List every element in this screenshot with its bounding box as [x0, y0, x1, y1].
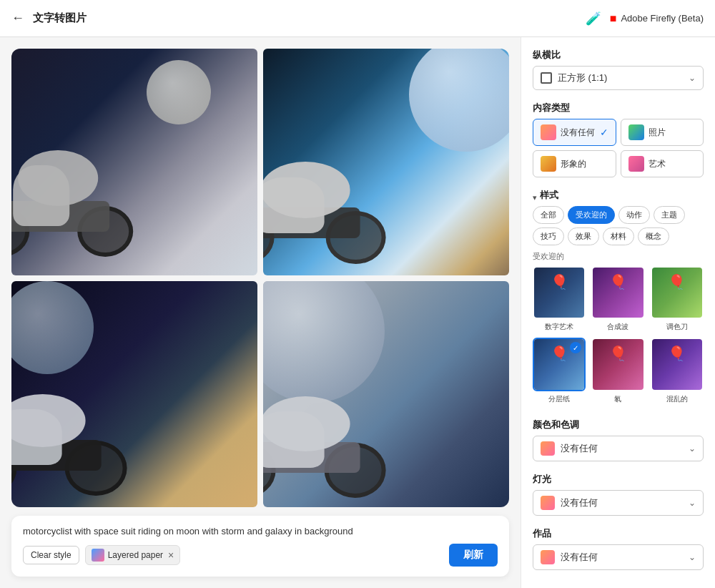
works-chevron-icon: ⌄	[689, 552, 696, 562]
lighting-icon	[541, 496, 555, 510]
works-value: 没有任何	[561, 551, 683, 564]
image-grid	[11, 49, 509, 507]
works-icon	[541, 550, 555, 564]
tag-label: Layered paper	[108, 550, 163, 560]
style-filter-all[interactable]: 全部	[533, 206, 564, 224]
adobe-logo-icon: ■	[610, 12, 617, 25]
refresh-button[interactable]: 刷新	[449, 544, 498, 567]
header: ← 文字转图片 🧪 ■ Adobe Firefly (Beta)	[0, 0, 715, 37]
style-grid: 🎈 数字艺术 🎈 合成波 🎈	[533, 266, 704, 404]
style-item-synthetic-wave[interactable]: 🎈 合成波	[591, 266, 644, 332]
content-type-graphic-icon	[541, 156, 556, 172]
generated-image-3	[11, 281, 257, 508]
style-thumb-inner-chaos: 🎈	[652, 339, 702, 389]
content-type-title: 内容类型	[533, 102, 704, 114]
aspect-ratio-icon	[541, 72, 552, 84]
color-tone-value: 没有任何	[561, 442, 683, 455]
style-filter-theme[interactable]: 主题	[654, 206, 685, 224]
style-label-digital-art: 数字艺术	[545, 322, 573, 332]
aspect-ratio-chevron-icon: ⌄	[689, 73, 696, 83]
style-label-chaos: 混乱的	[666, 394, 688, 404]
aspect-ratio-dropdown[interactable]: 正方形 (1:1) ⌄	[533, 66, 704, 90]
lighting-title: 灯光	[533, 473, 704, 486]
style-section-header[interactable]: ▾ 样式	[533, 189, 704, 206]
style-subsection-label: 受欢迎的	[533, 251, 704, 262]
style-label-synthetic-wave: 合成波	[607, 322, 628, 332]
flask-icon: 🧪	[586, 11, 601, 26]
style-thumb-inner-synthetic-wave: 🎈	[593, 268, 643, 318]
style-item-layered-paper[interactable]: 🎈 ✓ 分层纸	[533, 338, 586, 403]
style-filter-technique[interactable]: 技巧	[533, 227, 564, 245]
style-thumb-inner-tonemap: 🎈	[652, 268, 702, 318]
content-type-photo-icon	[628, 124, 644, 140]
content-type-grid: 没有任何 ✓ 照片 形象的 艺术	[533, 119, 704, 177]
brand-label: ■ Adobe Firefly (Beta)	[610, 12, 704, 25]
style-collapse-icon: ▾	[533, 193, 537, 202]
style-label-gas: 氡	[614, 394, 621, 404]
brand-name: Adobe Firefly (Beta)	[621, 13, 704, 24]
style-filter-concept[interactable]: 概念	[638, 227, 669, 245]
content-type-photo-label: 照片	[649, 127, 666, 139]
back-button[interactable]: ←	[11, 11, 24, 26]
page-title: 文字转图片	[33, 11, 577, 25]
works-section: 作品 没有任何 ⌄	[533, 527, 704, 570]
generated-image-4	[263, 281, 509, 508]
style-item-digital-art[interactable]: 🎈 数字艺术	[533, 266, 586, 332]
style-filter-effect[interactable]: 效果	[568, 227, 599, 245]
layered-paper-tag: Layered paper ×	[85, 545, 181, 565]
clear-style-button[interactable]: Clear style	[23, 546, 79, 564]
style-filter-popular[interactable]: 受欢迎的	[568, 206, 615, 224]
aspect-ratio-value: 正方形 (1:1)	[558, 72, 683, 84]
style-thumb-tonemap: 🎈	[651, 266, 704, 319]
content-type-photo[interactable]: 照片	[621, 119, 704, 146]
color-tone-chevron-icon: ⌄	[689, 444, 696, 454]
aspect-ratio-section: 纵横比 正方形 (1:1) ⌄	[533, 49, 704, 90]
main-area: motorcyclist with space suit riding on m…	[0, 37, 715, 588]
style-filter-row: 全部 受欢迎的 动作 主题 技巧 效果 材料 概念	[533, 206, 704, 245]
content-type-graphic[interactable]: 形象的	[533, 150, 616, 177]
content-type-none[interactable]: 没有任何 ✓	[533, 119, 616, 146]
color-tone-section: 颜色和色调 没有任何 ⌄	[533, 418, 704, 461]
lighting-value: 没有任何	[561, 496, 683, 509]
style-filter-material[interactable]: 材料	[603, 227, 634, 245]
content-type-none-icon	[541, 124, 556, 140]
aspect-ratio-title: 纵横比	[533, 49, 704, 62]
style-filter-action[interactable]: 动作	[618, 206, 650, 224]
style-thumb-gas: 🎈	[591, 338, 644, 391]
lighting-dropdown[interactable]: 没有任何 ⌄	[533, 490, 704, 516]
style-thumb-digital-art: 🎈	[533, 266, 586, 319]
color-tone-icon	[541, 441, 555, 456]
style-item-gas[interactable]: 🎈 氡	[591, 338, 644, 403]
content-type-art-label: 艺术	[649, 158, 666, 170]
prompt-actions: Clear style Layered paper × 刷新	[23, 544, 498, 567]
tag-close-button[interactable]: ×	[168, 549, 174, 561]
style-thumb-chaos: 🎈	[651, 338, 704, 391]
content-type-art[interactable]: 艺术	[621, 150, 704, 177]
style-item-tonemap[interactable]: 🎈 调色刀	[651, 266, 704, 332]
sidebar: 纵横比 正方形 (1:1) ⌄ 内容类型 没有任何 ✓ 照片	[521, 37, 715, 588]
works-dropdown[interactable]: 没有任何 ⌄	[533, 544, 704, 570]
content-type-art-icon	[628, 156, 644, 172]
style-title: 样式	[540, 189, 558, 202]
color-tone-dropdown[interactable]: 没有任何 ⌄	[533, 436, 704, 461]
style-label-layered-paper: 分层纸	[548, 394, 570, 404]
style-thumb-inner-gas: 🎈	[593, 339, 643, 389]
style-item-chaos[interactable]: 🎈 混乱的	[651, 338, 704, 403]
style-label-tonemap: 调色刀	[666, 322, 688, 332]
style-thumb-inner-layered-paper: 🎈 ✓	[534, 339, 584, 389]
layered-paper-icon	[92, 549, 104, 562]
lighting-section: 灯光 没有任何 ⌄	[533, 473, 704, 516]
lighting-chevron-icon: ⌄	[689, 498, 696, 508]
generated-image-1	[11, 49, 257, 275]
style-section: ▾ 样式 全部 受欢迎的 动作 主题 技巧 效果 材料 概念 受欢迎的 🎈	[533, 189, 704, 407]
color-tone-title: 颜色和色调	[533, 418, 704, 431]
content-type-none-label: 没有任何	[561, 127, 595, 139]
checkmark-icon: ✓	[600, 127, 608, 138]
style-thumb-synthetic-wave: 🎈	[591, 266, 644, 319]
prompt-bar: motorcyclist with space suit riding on m…	[11, 516, 509, 577]
style-thumb-inner-digital-art: 🎈	[534, 268, 584, 318]
content-area: motorcyclist with space suit riding on m…	[0, 37, 521, 588]
works-title: 作品	[533, 527, 704, 540]
header-right: 🧪 ■ Adobe Firefly (Beta)	[586, 11, 704, 26]
prompt-text: motorcyclist with space suit riding on m…	[23, 526, 498, 536]
